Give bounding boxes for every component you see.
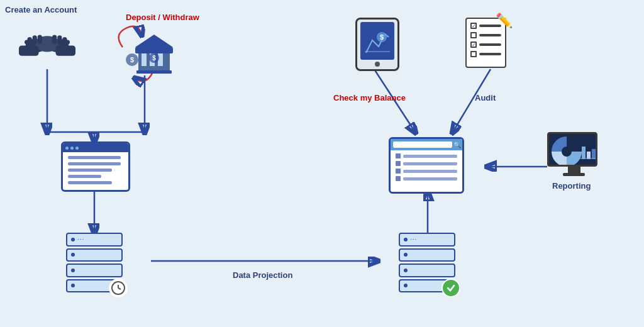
right-browser-window: 🔍: [389, 137, 464, 194]
handshake-icon: [19, 18, 75, 70]
svg-text:$: $: [152, 55, 156, 62]
svg-rect-27: [142, 53, 147, 66]
svg-rect-18: [38, 35, 42, 43]
svg-rect-20: [57, 35, 62, 44]
audit-label: Audit: [475, 93, 496, 103]
left-browser-window: [61, 141, 130, 192]
svg-line-37: [118, 288, 121, 289]
tablet-icon: $: [355, 18, 399, 71]
audit-checklist-icon: ✓ ✓ ✏️: [465, 18, 506, 68]
data-projection-label: Data Projection: [233, 270, 292, 280]
svg-rect-49: [577, 158, 596, 159]
reporting-monitor-icon: [547, 132, 601, 176]
svg-rect-19: [62, 37, 67, 45]
svg-text:$: $: [380, 33, 384, 41]
deposit-withdraw-label: Deposit / Withdraw: [126, 13, 199, 22]
diagram-container: Create an Account: [0, 0, 644, 327]
svg-text:$: $: [130, 56, 134, 64]
reporting-label: Reporting: [552, 181, 591, 191]
svg-rect-21: [52, 35, 57, 43]
svg-rect-23: [56, 46, 76, 56]
svg-marker-26: [135, 35, 173, 47]
check-balance-label: Check my Balance: [333, 93, 406, 103]
svg-rect-38: [363, 25, 392, 57]
svg-rect-39: [365, 51, 390, 52]
create-account-label: Create an Account: [5, 5, 77, 14]
svg-rect-17: [33, 35, 37, 44]
svg-rect-48: [592, 149, 596, 159]
svg-rect-25: [135, 47, 173, 53]
right-database: ···: [399, 233, 455, 292]
svg-rect-16: [28, 37, 32, 45]
bank-icon: $ $: [119, 25, 182, 81]
left-database: ···: [66, 233, 123, 292]
svg-rect-46: [582, 147, 586, 159]
svg-rect-30: [136, 70, 172, 74]
svg-rect-22: [19, 46, 39, 56]
svg-point-50: [445, 282, 457, 294]
